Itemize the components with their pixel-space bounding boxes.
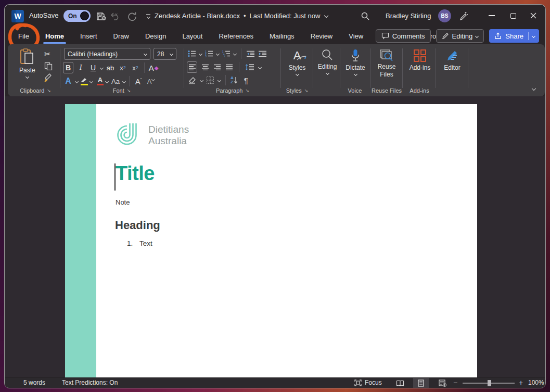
reuse-files-button[interactable]: Reuse Files [373,49,400,78]
zoom-slider-thumb[interactable] [488,380,491,386]
document-title[interactable]: Zendesk Article - Blank.docx • Last Modi… [155,12,328,20]
change-case-dropdown[interactable] [122,79,126,83]
tab-review[interactable]: Review [310,29,334,43]
bullets-icon[interactable] [188,50,196,57]
minimize-button[interactable] [483,8,501,23]
font-group-label[interactable]: Font↘ [64,87,180,94]
doc-note-text[interactable]: Note [116,198,130,206]
clear-formatting-button[interactable]: A◆ [148,62,159,73]
word-window: W AutoSave On Zendesk Article - Blank.do… [4,4,546,388]
shading-icon[interactable] [188,76,197,84]
search-icon[interactable] [359,10,372,22]
tab-view[interactable]: View [348,29,364,43]
text-effects-dropdown[interactable] [75,79,79,83]
dictate-button[interactable]: Dictate [343,49,368,75]
font-color-dropdown[interactable] [105,79,109,83]
bold-button[interactable]: B [63,62,73,73]
align-right-button[interactable] [213,64,221,71]
tab-home[interactable]: Home [44,29,65,43]
paragraph-group-label[interactable]: Paragraph↘ [188,87,277,94]
italic-button[interactable]: I [75,62,86,73]
format-painter-icon[interactable] [44,73,53,83]
doc-list-item[interactable]: Text [139,239,152,247]
font-color-button[interactable]: A [97,77,104,86]
qat-overflow-icon[interactable] [142,10,155,22]
doc-list-number[interactable]: 1. [127,239,133,247]
doc-heading-text[interactable]: Heading [115,219,160,232]
clipboard-group-label[interactable]: Clipboard↘ [12,87,59,94]
multilevel-dropdown[interactable] [233,52,237,55]
decrease-indent-icon[interactable] [246,50,255,57]
underline-button[interactable]: U [88,62,98,73]
tab-references[interactable]: References [218,29,254,43]
underline-dropdown[interactable] [100,66,104,69]
zoom-slider[interactable] [463,383,515,384]
zoom-out-button[interactable]: − [453,378,457,387]
tab-draw[interactable]: Draw [112,29,130,43]
tab-design[interactable]: Design [144,29,167,43]
tab-layout[interactable]: Layout [181,29,203,43]
comments-button[interactable]: Comments [376,29,431,43]
increase-indent-icon[interactable] [258,50,267,57]
strikethrough-button[interactable]: ab [105,62,116,73]
editor-button[interactable]: Editor [440,49,465,71]
multilevel-list-icon[interactable]: 1ai [222,50,231,57]
web-layout-button[interactable] [434,378,450,388]
paste-button[interactable]: Paste [19,48,35,78]
focus-button[interactable]: Focus [354,379,382,386]
redo-icon[interactable] [126,10,138,22]
share-button[interactable]: Share [489,29,539,43]
zoom-in-button[interactable]: + [519,378,523,387]
read-mode-button[interactable] [392,378,408,388]
shading-dropdown[interactable] [200,78,203,82]
tab-mailings[interactable]: Mailings [268,29,296,43]
copy-icon[interactable] [44,62,53,70]
collapse-ribbon-icon[interactable] [532,86,536,91]
maximize-button[interactable] [504,8,522,23]
borders-icon[interactable] [206,76,215,84]
cut-icon[interactable]: ✂ [44,49,51,59]
align-left-button[interactable] [187,61,197,73]
tab-insert[interactable]: Insert [79,29,98,43]
superscript-button[interactable]: x2 [130,62,140,73]
sort-button[interactable]: AZ [231,76,238,84]
close-button[interactable] [525,8,542,23]
line-spacing-icon[interactable] [245,64,254,71]
document-page[interactable]: Dietitians Australia Title Note Heading … [65,104,477,378]
styles-button[interactable]: A Styles [285,49,310,75]
editing-button[interactable]: Editing [316,49,339,74]
show-formatting-button[interactable]: ¶ [244,76,248,85]
subscript-button[interactable]: x2 [118,62,128,73]
justify-button[interactable] [225,64,233,71]
autosave-toggle[interactable]: On [63,10,91,22]
zoom-level[interactable]: 100% [528,379,544,386]
ink-pen-icon[interactable] [457,10,469,22]
avatar[interactable]: BS [438,9,451,22]
numbering-icon[interactable]: 123 [205,50,213,57]
add-ins-button[interactable]: Add-ins [406,49,433,71]
print-layout-button[interactable] [413,378,429,388]
borders-dropdown[interactable] [218,78,221,82]
line-spacing-dropdown[interactable] [258,65,262,69]
shrink-font-button[interactable]: A [146,75,156,87]
tab-file[interactable]: File [17,29,30,43]
font-name-combo[interactable]: Calibri (Headings) [64,48,150,60]
editing-mode-button[interactable]: Editing [436,29,484,43]
word-count[interactable]: 5 words [23,379,45,386]
align-center-button[interactable] [201,64,209,71]
highlight-dropdown[interactable] [89,79,93,83]
grow-font-button[interactable]: Aˆ [133,75,144,87]
change-case-button[interactable]: Aa [110,75,121,87]
undo-icon[interactable] [109,10,121,22]
text-effects-button[interactable]: A [63,75,73,87]
styles-group-label[interactable]: Styles↘ [283,87,312,94]
highlight-button[interactable] [80,77,88,86]
save-icon[interactable] [94,10,107,22]
word-app-icon[interactable]: W [11,10,24,22]
user-name[interactable]: Bradley Stirling [386,12,431,20]
font-size-combo[interactable]: 28 [154,48,176,60]
text-predictions[interactable]: Text Predictions: On [62,379,118,386]
numbering-dropdown[interactable] [216,52,220,55]
bullets-dropdown[interactable] [199,52,202,55]
doc-title-text[interactable]: Title [116,162,155,185]
